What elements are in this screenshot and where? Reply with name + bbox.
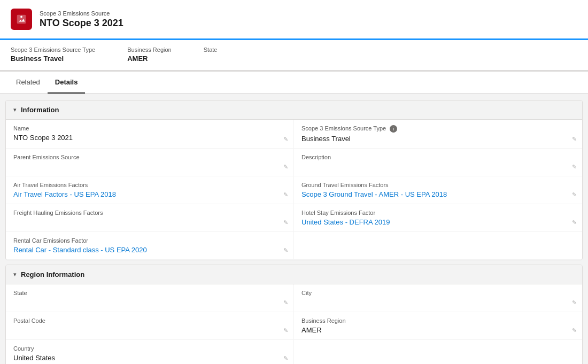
field-hotel-factor: Hotel Stay Emissions Factor United State… [294, 204, 582, 232]
field-parent-label: Parent Emissions Source [13, 154, 286, 160]
record-title-block: Scope 3 Emissions Source NTO Scope 3 202… [40, 10, 123, 29]
section-information-title: Information [21, 106, 59, 114]
tab-details[interactable]: Details [48, 72, 86, 94]
field-country: Country United States ✎ [6, 340, 294, 364]
section-information-body: Name NTO Scope 3 2021 ✎ Scope 3 Emission… [6, 120, 582, 260]
field-source-type-label: Scope 3 Emissions Source Type i [301, 125, 575, 133]
field-rental-car-value[interactable]: Rental Car - Standard class - US EPA 202… [13, 246, 147, 254]
field-state-label: State [13, 290, 286, 296]
edit-description-icon[interactable]: ✎ [572, 164, 577, 171]
section-region-title: Region Information [21, 270, 84, 278]
field-ground-travel-factors: Ground Travel Emissions Factors Scope 3 … [294, 176, 582, 204]
field-name: Name NTO Scope 3 2021 ✎ [6, 120, 294, 149]
page-wrapper: Scope 3 Emissions Source NTO Scope 3 202… [0, 0, 588, 364]
tabs-bar: Related Details [0, 72, 588, 94]
tab-related[interactable]: Related [9, 72, 48, 94]
field-country-value: United States [13, 354, 286, 362]
section-region-body: State ✎ City ✎ Postal Code ✎ [6, 284, 582, 364]
edit-state-icon[interactable]: ✎ [283, 299, 288, 306]
info-icon: i [390, 125, 397, 133]
field-country-label: Country [13, 345, 286, 352]
field-source-type: Scope 3 Emissions Source Type i Business… [294, 120, 582, 149]
summary-field-label-type: Scope 3 Emissions Source Type [11, 47, 95, 53]
edit-air-travel-icon[interactable]: ✎ [283, 191, 288, 198]
summary-bar: Scope 3 Emissions Source Type Business T… [0, 40, 588, 72]
section-region: ▾ Region Information State ✎ City ✎ [5, 265, 583, 364]
field-name-value: NTO Scope 3 2021 [13, 134, 286, 142]
summary-field-state: State [204, 47, 218, 63]
field-postal-code: Postal Code ✎ [6, 312, 294, 340]
svg-point-1 [20, 16, 22, 18]
field-rental-car-factor: Rental Car Emissions Factor Rental Car -… [6, 232, 294, 260]
edit-source-type-icon[interactable]: ✎ [572, 136, 577, 143]
record-title: NTO Scope 3 2021 [40, 18, 123, 29]
summary-field-value-region: AMER [127, 55, 172, 63]
field-city-label: City [301, 290, 575, 296]
field-description-label: Description [301, 154, 575, 160]
section-information-header[interactable]: ▾ Information [6, 100, 582, 120]
region-fields-grid: State ✎ City ✎ Postal Code ✎ [6, 284, 582, 364]
field-city: City ✎ [294, 284, 582, 312]
field-empty-1 [294, 232, 582, 260]
content-area: ▾ Information Name NTO Scope 3 2021 ✎ Sc… [0, 94, 588, 364]
field-business-region: Business Region AMER ✎ [294, 312, 582, 340]
field-rental-car-label: Rental Car Emissions Factor [13, 237, 286, 244]
summary-field-region: Business Region AMER [127, 47, 172, 63]
emissions-icon [16, 13, 27, 25]
record-subtitle: Scope 3 Emissions Source [40, 10, 123, 17]
field-business-region-value: AMER [301, 326, 575, 334]
edit-parent-icon[interactable]: ✎ [283, 164, 288, 171]
summary-field-type: Scope 3 Emissions Source Type Business T… [11, 47, 95, 63]
record-icon [11, 9, 32, 30]
field-freight-factors: Freight Hauling Emissions Factors ✎ [6, 204, 294, 232]
field-hotel-value[interactable]: United States - DEFRA 2019 [301, 218, 390, 226]
edit-rental-car-icon[interactable]: ✎ [283, 247, 288, 254]
edit-freight-icon[interactable]: ✎ [283, 219, 288, 226]
field-hotel-label: Hotel Stay Emissions Factor [301, 210, 575, 216]
summary-field-value-type: Business Travel [11, 55, 95, 63]
field-empty-2 [294, 340, 582, 364]
field-description: Description ✎ [294, 149, 582, 176]
field-business-region-label: Business Region [301, 317, 575, 324]
edit-country-icon[interactable]: ✎ [283, 355, 288, 362]
field-name-label: Name [13, 125, 286, 131]
summary-field-label-state: State [204, 47, 218, 53]
field-parent-emissions-source: Parent Emissions Source ✎ [6, 149, 294, 176]
field-air-travel-factors: Air Travel Emissions Factors Air Travel … [6, 176, 294, 204]
field-source-type-value: Business Travel [301, 135, 575, 143]
field-postal-label: Postal Code [13, 317, 286, 324]
chevron-information-icon: ▾ [13, 106, 17, 113]
field-ground-travel-value[interactable]: Scope 3 Ground Travel - AMER - US EPA 20… [301, 190, 447, 198]
field-state: State ✎ [6, 284, 294, 312]
record-header: Scope 3 Emissions Source NTO Scope 3 202… [0, 0, 588, 40]
section-region-header[interactable]: ▾ Region Information [6, 265, 582, 284]
edit-business-region-icon[interactable]: ✎ [572, 327, 577, 334]
edit-ground-travel-icon[interactable]: ✎ [572, 191, 577, 198]
edit-city-icon[interactable]: ✎ [572, 299, 577, 306]
section-information: ▾ Information Name NTO Scope 3 2021 ✎ Sc… [5, 100, 583, 260]
summary-field-label-region: Business Region [127, 47, 172, 53]
field-freight-label: Freight Hauling Emissions Factors [13, 210, 286, 216]
field-air-travel-label: Air Travel Emissions Factors [13, 182, 286, 188]
information-fields-grid: Name NTO Scope 3 2021 ✎ Scope 3 Emission… [6, 120, 582, 260]
edit-postal-icon[interactable]: ✎ [283, 327, 288, 334]
field-air-travel-value[interactable]: Air Travel Factors - US EPA 2018 [13, 190, 116, 198]
edit-name-icon[interactable]: ✎ [283, 136, 288, 143]
field-ground-travel-label: Ground Travel Emissions Factors [301, 182, 575, 188]
chevron-region-icon: ▾ [13, 271, 17, 278]
edit-hotel-icon[interactable]: ✎ [572, 219, 577, 226]
